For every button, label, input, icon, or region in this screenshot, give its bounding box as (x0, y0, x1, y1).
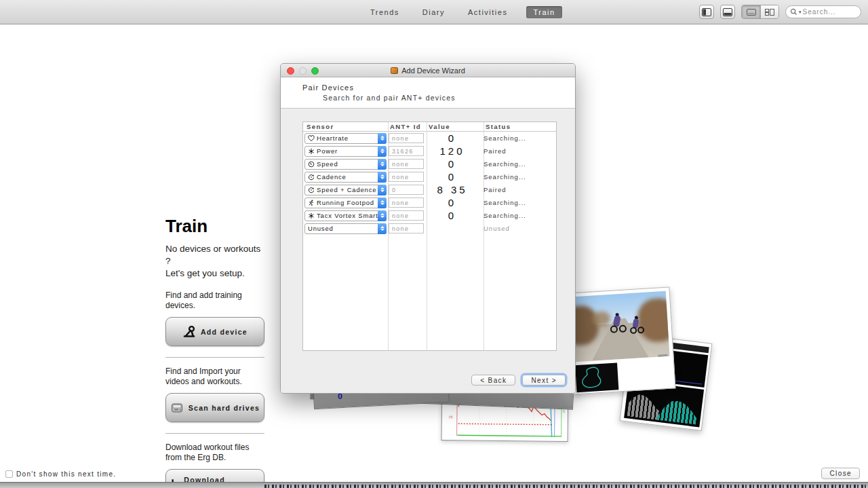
ant-id-field[interactable]: none (389, 159, 424, 169)
sensor-status: Paired (481, 186, 556, 193)
zoom-window-button[interactable] (311, 67, 319, 75)
col-header-status: Status (484, 123, 556, 130)
cyclists-photo (571, 291, 670, 362)
sensor-type-dropdown[interactable]: Unused (304, 223, 387, 234)
wizard-window-icon (391, 67, 398, 74)
dialog-header: Pair Devices Search for and pair ANT+ de… (281, 77, 575, 108)
ant-id-field[interactable]: 31626 (389, 146, 424, 156)
bottombar-toggle-button[interactable] (720, 5, 735, 19)
sensor-value: 8 35 (424, 184, 481, 195)
sensor-type-dropdown[interactable]: Tacx Vortex Smart (304, 210, 387, 221)
button-label: Add device (201, 328, 248, 336)
dialog-titlebar[interactable]: Add Device Wizard (281, 64, 575, 77)
dialog-body: Sensor ANT+ Id Value Status Heartrate no… (281, 108, 575, 394)
sensor-type-dropdown[interactable]: Power (304, 146, 387, 157)
dropdown-stepper-icon[interactable] (378, 223, 387, 234)
sensor-type-dropdown[interactable]: Speed + Cadence (304, 185, 387, 195)
sensor-value: 0 (424, 158, 481, 170)
sensor-type-dropdown[interactable]: Running Footpod (304, 198, 387, 208)
sidebar-toggle-button[interactable] (699, 5, 714, 19)
ant-id-field[interactable]: none (389, 172, 424, 182)
sensor-icon (308, 148, 315, 155)
sensor-status: Searching... (481, 199, 556, 206)
tiled-view-button[interactable] (760, 5, 778, 18)
view-mode-segment (741, 5, 779, 19)
sensor-label: Cadence (317, 173, 347, 181)
sensor-value: 0 (424, 197, 481, 208)
sensor-label: Tacx Vortex Smart (317, 212, 378, 219)
tab-diary[interactable]: Diary (418, 6, 449, 18)
col-header-sensor: Sensor (303, 123, 388, 130)
search-box[interactable]: ▾ (785, 5, 861, 18)
table-row: Unused none Unused (303, 222, 556, 235)
ant-id-field[interactable]: none (389, 223, 424, 233)
clipped-text-strip (264, 485, 868, 488)
dont-show-checkbox[interactable] (5, 470, 13, 478)
tab-trends[interactable]: Trends (366, 6, 403, 18)
search-input[interactable] (803, 8, 850, 16)
sensor-status: Searching... (481, 173, 556, 181)
sensor-status: Paired (481, 147, 556, 155)
dropdown-stepper-icon[interactable] (378, 210, 387, 221)
background-photo-card (567, 287, 676, 395)
single-view-button[interactable] (742, 5, 760, 18)
next-button[interactable]: Next > (522, 375, 566, 386)
sensor-icon (308, 161, 315, 168)
wizard-step-subtitle: Search for and pair ANT+ devices (323, 94, 456, 102)
ant-id-field[interactable]: none (389, 133, 424, 143)
sensor-icon (308, 212, 315, 219)
setup-section: Find and Import your videos and workouts… (165, 357, 264, 422)
table-row: Tacx Vortex Smart none 0 Searching... (303, 209, 556, 222)
ant-id-field[interactable]: none (389, 210, 424, 221)
minimize-window-button[interactable] (299, 67, 307, 75)
add-device-button[interactable]: Add device (165, 317, 264, 346)
main-tabs: TrendsDiaryActivitiesTrain (366, 0, 562, 24)
ant-id-field[interactable]: 0 (389, 185, 424, 195)
dropdown-stepper-icon[interactable] (378, 159, 387, 170)
sensor-label: Speed + Cadence (317, 186, 376, 193)
sensor-type-dropdown[interactable]: Heartrate (304, 133, 387, 144)
top-toolbar: TrendsDiaryActivitiesTrain ▾ (0, 0, 868, 24)
train-setup-panel: Train No devices or workouts ? Let's get… (165, 216, 264, 488)
dropdown-stepper-icon[interactable] (378, 185, 387, 195)
close-window-button[interactable] (287, 67, 294, 75)
sensor-label: Heartrate (317, 134, 349, 142)
close-button[interactable]: Close (821, 468, 860, 479)
sensor-status: Searching... (481, 160, 556, 168)
dialog-title: Add Device Wizard (401, 67, 465, 75)
harddrive-icon (170, 401, 184, 415)
table-row: Cadence none 0 Searching... (303, 170, 556, 183)
trainer-icon (182, 325, 196, 339)
table-header-row: Sensor ANT+ Id Value Status (303, 122, 556, 132)
photo-caption-mark (658, 354, 667, 357)
page-subtitle: No devices or workouts ? Let's get you s… (165, 243, 264, 280)
search-dropdown-icon[interactable]: ▾ (799, 10, 802, 15)
sensor-value: 120 (424, 145, 481, 157)
sensor-label: Unused (308, 225, 334, 232)
dropdown-stepper-icon[interactable] (378, 146, 387, 157)
back-button[interactable]: < Back (471, 375, 515, 386)
setup-sections: Find and add training devices. Add devic… (165, 290, 264, 488)
single-view-icon (747, 9, 756, 16)
sensor-type-dropdown[interactable]: Cadence (304, 172, 387, 183)
sensor-label: Running Footpod (317, 199, 374, 206)
sensor-type-dropdown[interactable]: Speed (304, 159, 387, 170)
bottom-strip (0, 482, 868, 488)
col-header-antid: ANT+ Id (388, 123, 427, 130)
tab-activities[interactable]: Activities (464, 6, 511, 18)
bottom-bar-icon (723, 8, 732, 16)
table-row: Speed none 0 Searching... (303, 157, 556, 170)
sensor-label: Speed (317, 160, 338, 168)
dropdown-stepper-icon[interactable] (378, 133, 387, 144)
page-footer: Don't show this next time. Close (0, 463, 868, 482)
scan-hard-drives-button[interactable]: Scan hard drives (165, 393, 264, 422)
course-map-panel (575, 362, 618, 392)
setup-section: Find and add training devices. Add devic… (165, 290, 264, 346)
tiled-view-icon (765, 9, 774, 16)
dropdown-stepper-icon[interactable] (378, 198, 387, 208)
ant-id-field[interactable]: none (389, 198, 424, 208)
sensor-status: Unused (481, 225, 556, 232)
tab-train[interactable]: Train (526, 6, 561, 18)
dropdown-stepper-icon[interactable] (378, 172, 387, 183)
dont-show-label: Don't show this next time. (16, 470, 116, 478)
